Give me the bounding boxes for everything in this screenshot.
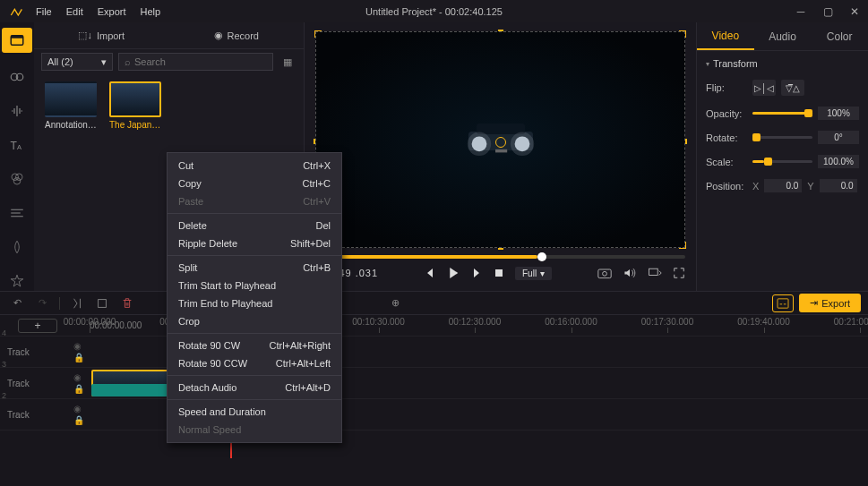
ruler-tick: 00:10:30.000 bbox=[352, 317, 404, 327]
ctx-cut[interactable]: CutCtrl+X bbox=[168, 157, 341, 175]
svg-rect-20 bbox=[649, 269, 658, 275]
tool-media[interactable] bbox=[2, 28, 32, 53]
detach-button[interactable] bbox=[648, 267, 662, 279]
ctx-split[interactable]: SplitCtrl+B bbox=[168, 259, 341, 277]
ctx-detach-audio[interactable]: Detach AudioCtrl+Alt+D bbox=[168, 379, 341, 396]
rotate-slider[interactable] bbox=[752, 136, 812, 139]
track-4-visibility[interactable]: ◉ bbox=[73, 341, 84, 351]
preview-viewport[interactable] bbox=[315, 31, 685, 248]
tab-record-label: Record bbox=[228, 30, 259, 41]
crop-handle-r[interactable] bbox=[685, 139, 687, 144]
subtitle-button[interactable] bbox=[772, 294, 794, 312]
scale-slider[interactable] bbox=[752, 160, 812, 163]
scale-label: Scale: bbox=[706, 157, 747, 167]
menu-file[interactable]: File bbox=[29, 6, 59, 17]
tab-import[interactable]: ⬚↓ Import bbox=[34, 22, 169, 48]
position-y[interactable]: 0.0 bbox=[820, 179, 857, 192]
menu-export[interactable]: Export bbox=[90, 6, 133, 17]
snapshot-button[interactable] bbox=[597, 267, 612, 279]
ruler-tick: 00:17:30.000 bbox=[641, 317, 693, 327]
media-clip-2[interactable]: The Japane... bbox=[109, 81, 161, 130]
menu-edit[interactable]: Edit bbox=[59, 6, 90, 17]
scale-value[interactable]: 100.0% bbox=[818, 155, 859, 168]
ctx-copy[interactable]: CopyCtrl+C bbox=[168, 175, 341, 192]
tool-favorites[interactable] bbox=[2, 271, 32, 291]
opacity-value[interactable]: 100% bbox=[818, 107, 859, 120]
svg-point-14 bbox=[467, 132, 490, 156]
crop-handle-tl[interactable] bbox=[314, 30, 322, 38]
media-clip-1[interactable]: Annotation ... bbox=[45, 81, 97, 130]
svg-point-19 bbox=[603, 271, 607, 276]
ctx-ripple-delete[interactable]: Ripple DeleteShift+Del bbox=[168, 234, 341, 252]
flip-horizontal[interactable]: ▷│◁ bbox=[752, 80, 776, 96]
ruler-tick: 00:16:00.000 bbox=[545, 317, 597, 327]
tool-elements[interactable] bbox=[2, 237, 32, 257]
tool-overlays[interactable] bbox=[2, 203, 32, 223]
export-button[interactable]: ⇥ Export bbox=[799, 294, 861, 312]
ctx-speed-duration[interactable]: Speed and Duration bbox=[168, 403, 341, 421]
tool-text[interactable]: TA bbox=[2, 135, 32, 155]
props-tab-video[interactable]: Video bbox=[697, 22, 754, 50]
tool-filters[interactable] bbox=[2, 169, 32, 189]
tool-audio[interactable] bbox=[2, 101, 32, 121]
seek-bar[interactable] bbox=[315, 255, 685, 259]
ctx-rotate-ccw[interactable]: Rotate 90 CCWCtrl+Alt+Left bbox=[168, 354, 341, 372]
search-input[interactable]: ⌕ Search bbox=[118, 53, 273, 71]
svg-point-6 bbox=[12, 174, 19, 181]
undo-button[interactable]: ↶ bbox=[7, 294, 27, 312]
flip-vertical[interactable]: ▽̅△ bbox=[781, 80, 804, 96]
play-button[interactable] bbox=[445, 265, 461, 281]
ctx-trim-start[interactable]: Trim Start to Playhead bbox=[168, 277, 341, 294]
menu-help[interactable]: Help bbox=[133, 6, 168, 17]
window-maximize[interactable]: ▢ bbox=[814, 0, 841, 22]
tool-transitions[interactable] bbox=[2, 67, 32, 87]
media-filter-dropdown[interactable]: All (2) ▾ bbox=[41, 53, 113, 71]
transform-center[interactable] bbox=[495, 137, 506, 148]
redo-button[interactable]: ↷ bbox=[32, 294, 52, 312]
window-close[interactable]: ✕ bbox=[841, 0, 868, 22]
ctx-delete[interactable]: DeleteDel bbox=[168, 217, 341, 234]
step-back[interactable] bbox=[424, 268, 434, 278]
track-3-visibility[interactable]: ◉ bbox=[73, 372, 84, 382]
ctx-trim-end[interactable]: Trim End to Playhead bbox=[168, 294, 341, 312]
split-button[interactable] bbox=[67, 294, 87, 312]
window-minimize[interactable]: ─ bbox=[787, 0, 814, 22]
add-track-button[interactable]: + bbox=[18, 319, 57, 333]
step-forward[interactable] bbox=[472, 268, 483, 278]
track-4-lock[interactable]: 🔒 bbox=[73, 353, 84, 362]
crop-handle-tr[interactable] bbox=[679, 30, 686, 38]
rotate-value[interactable]: 0° bbox=[818, 131, 859, 144]
crop-handle-l[interactable] bbox=[314, 139, 315, 144]
view-grid-button[interactable]: ▦ bbox=[279, 53, 296, 71]
volume-button[interactable] bbox=[623, 267, 637, 279]
stop-button[interactable] bbox=[494, 268, 504, 278]
timeline-clip-audio[interactable] bbox=[91, 384, 168, 396]
section-transform[interactable]: Transform bbox=[706, 58, 859, 69]
position-x[interactable]: 0.0 bbox=[764, 179, 802, 192]
track-2-visibility[interactable]: ◉ bbox=[73, 404, 84, 414]
delete-button[interactable] bbox=[117, 294, 137, 312]
add-marker[interactable]: ⊕ bbox=[385, 294, 405, 312]
svg-point-8 bbox=[13, 177, 21, 184]
fullscreen-button[interactable] bbox=[673, 267, 685, 279]
svg-marker-9 bbox=[11, 275, 23, 286]
seek-handle[interactable] bbox=[537, 252, 546, 261]
crop-handle-b[interactable] bbox=[498, 248, 503, 250]
props-tab-audio[interactable]: Audio bbox=[754, 22, 812, 50]
track-2-lock[interactable]: 🔒 bbox=[73, 415, 84, 425]
track-3-lock[interactable]: 🔒 bbox=[73, 384, 84, 394]
svg-point-15 bbox=[510, 132, 533, 156]
view-mode-dropdown[interactable]: Full▾ bbox=[515, 267, 552, 280]
opacity-slider[interactable] bbox=[752, 112, 812, 115]
crop-handle-t[interactable] bbox=[498, 30, 503, 31]
svg-rect-22 bbox=[778, 298, 788, 307]
ruler-tick: 00:19:40.000 bbox=[737, 317, 789, 327]
track-2: 2 Track ◉🔒 bbox=[0, 399, 868, 431]
props-tab-color[interactable]: Color bbox=[811, 22, 868, 50]
record-icon: ◉ bbox=[214, 30, 223, 41]
ctx-crop[interactable]: Crop bbox=[168, 312, 341, 330]
crop-handle-br[interactable] bbox=[679, 242, 686, 249]
ctx-rotate-cw[interactable]: Rotate 90 CWCtrl+Alt+Right bbox=[168, 337, 341, 354]
crop-button[interactable] bbox=[92, 294, 112, 312]
tab-record[interactable]: ◉ Record bbox=[169, 22, 305, 48]
